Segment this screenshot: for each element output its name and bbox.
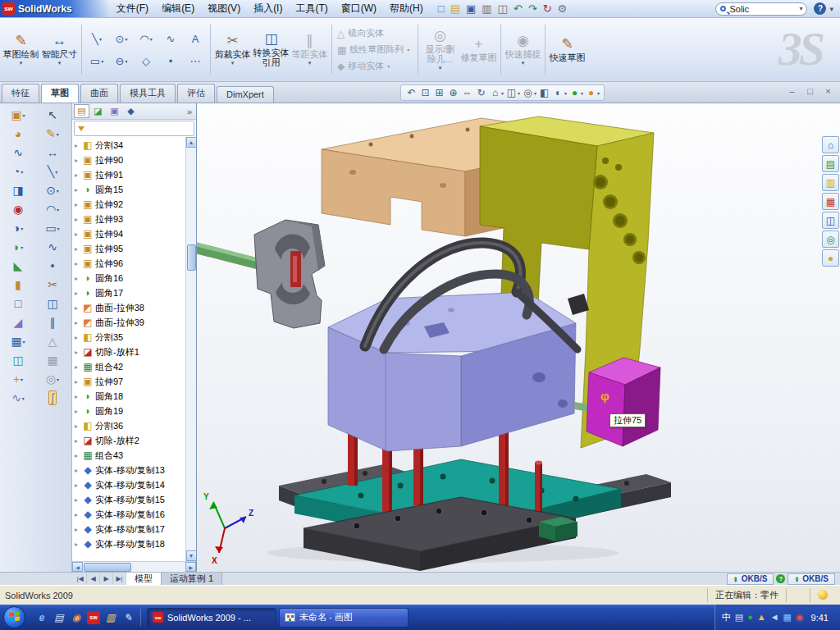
graphics-viewport[interactable]: φ bbox=[197, 103, 840, 572]
media-player-icon[interactable]: ◉ bbox=[70, 611, 83, 624]
expand-arrow-icon[interactable]: ▸ bbox=[75, 319, 80, 326]
expand-arrow-icon[interactable]: ▸ bbox=[75, 275, 80, 282]
tree-item[interactable]: ▸ 圆角17 bbox=[72, 285, 185, 300]
home-icon[interactable]: ⌂ bbox=[822, 136, 839, 153]
swept-boss-icon[interactable]: ∿ ▾ bbox=[11, 145, 25, 160]
start-button[interactable] bbox=[3, 606, 25, 628]
text-tool[interactable]: A ▾ bbox=[183, 28, 208, 50]
display-style-icon[interactable]: ◫ ▾ bbox=[505, 87, 520, 98]
featuremanager-tab[interactable]: ▤ bbox=[74, 104, 89, 118]
scroll-left-icon[interactable]: ◀ bbox=[72, 562, 83, 572]
zoom-area-icon[interactable]: ⊞ ▾ bbox=[433, 87, 445, 98]
scene-icon[interactable]: ● ▾ bbox=[585, 87, 600, 98]
core-body-part[interactable] bbox=[328, 292, 598, 451]
convert-icon[interactable]: ◫ ▾ bbox=[44, 296, 60, 311]
messenger-icon[interactable]: ◉ bbox=[796, 613, 804, 622]
circle-icon[interactable]: ⊙ ▾ bbox=[43, 183, 62, 198]
tree-item[interactable]: ▸ 实体-移动/复制17 bbox=[72, 522, 185, 536]
smart-dimension-icon[interactable]: ↔ ▾ bbox=[44, 145, 61, 160]
move-entities-button[interactable]: ◆ 移动实体 ▾ bbox=[335, 59, 415, 73]
rapid-sketch-button[interactable]: ✎ 快速草图 ▾ bbox=[548, 21, 587, 79]
tree-item[interactable]: ▸ 实体-移动/复制16 bbox=[72, 507, 185, 522]
expand-arrow-icon[interactable]: ▸ bbox=[75, 231, 80, 238]
taskbar-button[interactable]: 未命名 - 画图 bbox=[279, 608, 409, 628]
tree-item[interactable]: ▸ 拉伸93 bbox=[72, 212, 185, 226]
construction-line-tool[interactable]: ⋯ ▾ bbox=[183, 50, 208, 72]
convert-entities-button[interactable]: ◫ 转换实体引用 ▾ bbox=[252, 21, 290, 79]
scroll-down-icon[interactable]: ▼ bbox=[186, 550, 197, 561]
extruded-cut-icon[interactable]: ◨ ▾ bbox=[10, 183, 25, 198]
menu-item[interactable]: 窗口(W) bbox=[335, 2, 383, 16]
ribbon-tab[interactable]: DimXpert bbox=[217, 86, 274, 103]
print-preview-icon[interactable]: ◫ bbox=[498, 3, 508, 14]
trim-icon[interactable]: ✂ ▾ bbox=[45, 277, 60, 292]
expand-arrow-icon[interactable]: ▸ bbox=[75, 437, 80, 445]
rotate-view-icon[interactable]: ↻ ▾ bbox=[475, 87, 487, 98]
taskbar-button[interactable]: SolidWorks 2009 - ... bbox=[147, 608, 276, 628]
tree-item[interactable]: ▸ 圆角18 bbox=[72, 389, 185, 404]
expand-arrow-icon[interactable]: ▸ bbox=[75, 142, 80, 149]
hide-show-items-icon[interactable]: ◎ ▾ bbox=[522, 87, 536, 98]
revolved-cut-icon[interactable]: ◑ ▾ bbox=[11, 221, 25, 235]
expand-arrow-icon[interactable]: ▸ bbox=[75, 157, 80, 164]
network-icon[interactable]: ▦ bbox=[783, 613, 792, 622]
tree-item[interactable]: ▸ 拉伸92 bbox=[72, 197, 185, 212]
ribbon-tab[interactable]: 模具工具 bbox=[120, 84, 176, 103]
rectangle-tool[interactable]: ▭ ▾ bbox=[84, 50, 109, 72]
ribbon-tab[interactable]: 草图 bbox=[41, 84, 79, 103]
keyboard-layout-icon[interactable]: ▤ bbox=[735, 613, 743, 622]
prev-tab-icon[interactable]: ◀ bbox=[87, 573, 100, 585]
view-settings-icon[interactable]: ◐ ▾ bbox=[552, 87, 567, 98]
tree-item[interactable]: ▸ 拉伸94 bbox=[72, 226, 185, 241]
file-explorer-icon[interactable]: ▦ bbox=[822, 193, 839, 210]
dimxpertmanager-tab[interactable]: ◆ bbox=[123, 104, 139, 118]
expand-arrow-icon[interactable]: ▸ bbox=[75, 452, 80, 459]
design-library-icon[interactable]: ▥ bbox=[822, 174, 839, 191]
scroll-up-icon[interactable]: ▲ bbox=[186, 137, 197, 148]
line-icon[interactable]: ╲ ▾ bbox=[45, 164, 60, 179]
expand-arrow-icon[interactable]: ▸ bbox=[75, 363, 80, 371]
tree-item[interactable]: ▸ 拉伸90 bbox=[72, 153, 185, 167]
menu-item[interactable]: 文件(F) bbox=[110, 2, 155, 16]
circle-tool[interactable]: ⊙ ▾ bbox=[109, 28, 134, 50]
linear-pattern-icon[interactable]: ▦ ▾ bbox=[8, 334, 27, 349]
tree-item[interactable]: ▸ 分割35 bbox=[72, 330, 185, 345]
arc-icon[interactable]: ◠ ▾ bbox=[43, 202, 62, 217]
menu-item[interactable]: 插入(I) bbox=[247, 2, 289, 16]
show-desktop-icon[interactable]: ▤ bbox=[52, 611, 66, 624]
options-icon[interactable]: ⚙ bbox=[558, 3, 568, 14]
expand-arrow-icon[interactable]: ▸ bbox=[75, 482, 80, 489]
ime-chinese-icon[interactable]: 中 bbox=[722, 613, 731, 622]
tree-vertical-scrollbar[interactable]: ▲ ▼ bbox=[185, 137, 196, 561]
sketch-pattern-icon[interactable]: ▦ ▾ bbox=[44, 353, 60, 368]
tree-item[interactable]: ▸ 实体-移动/复制13 bbox=[72, 463, 185, 477]
point-tool[interactable]: • ▾ bbox=[158, 50, 183, 72]
safety-shield-icon[interactable]: ▲ bbox=[757, 613, 766, 622]
rectangle-icon[interactable]: ▭ ▾ bbox=[43, 221, 62, 235]
help-button[interactable]: ? bbox=[814, 2, 826, 15]
clamp-arm-part[interactable] bbox=[254, 220, 325, 328]
expand-arrow-icon[interactable]: ▸ bbox=[75, 408, 80, 415]
search-box[interactable]: Solic ▾ bbox=[715, 2, 807, 16]
zoom-in-out-icon[interactable]: ⊕ ▾ bbox=[447, 87, 459, 98]
document-tab[interactable]: 模型 bbox=[126, 573, 162, 585]
search-input[interactable]: Solic bbox=[729, 4, 796, 14]
open-icon[interactable]: ▤ bbox=[450, 3, 460, 14]
tree-item[interactable]: ▸ 实体-移动/复制18 bbox=[72, 536, 185, 551]
expand-arrow-icon[interactable]: ▸ bbox=[75, 186, 80, 194]
tree-item[interactable]: ▸ 圆角19 bbox=[72, 404, 185, 418]
tree-item[interactable]: ▸ 分割36 bbox=[72, 418, 185, 433]
expand-arrow-icon[interactable]: ▸ bbox=[75, 334, 80, 341]
save-icon[interactable]: ▣ bbox=[466, 3, 476, 14]
select-icon[interactable]: ↖ ▾ bbox=[45, 107, 60, 122]
tree-item[interactable]: ▸ 拉伸95 bbox=[72, 241, 185, 256]
expand-arrow-icon[interactable]: ▸ bbox=[75, 511, 80, 518]
line-tool[interactable]: ╲ ▾ bbox=[84, 28, 109, 50]
expand-arrow-icon[interactable]: ▸ bbox=[75, 526, 80, 533]
mirror-entities-button[interactable]: △ 镜向实体 ▾ bbox=[335, 26, 415, 40]
panel-chevron-icon[interactable]: » bbox=[187, 107, 194, 116]
offset-icon[interactable]: ∥ ▾ bbox=[48, 315, 58, 330]
tree-item[interactable]: ▸ 切除-放样1 bbox=[72, 345, 185, 359]
shell-icon[interactable]: □ ▾ bbox=[12, 296, 24, 311]
arc-tool[interactable]: ◠ ▾ bbox=[134, 28, 158, 50]
